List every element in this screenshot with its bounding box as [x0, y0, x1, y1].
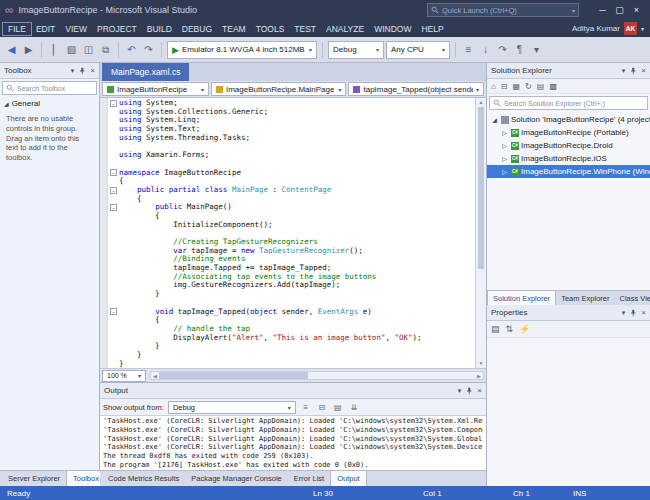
expander-collapsed-icon[interactable]: ▷: [500, 155, 509, 162]
document-tab-mainpage[interactable]: MainPage.xaml.cs: [102, 63, 189, 81]
close-icon[interactable]: ×: [641, 308, 646, 317]
platform-dropdown[interactable]: Any CPU ▾: [386, 41, 450, 59]
show-all-files-icon[interactable]: ▦: [513, 82, 521, 91]
zoom-dropdown[interactable]: 100 % ▾: [102, 370, 146, 382]
close-icon[interactable]: ×: [477, 386, 482, 395]
minimize-button[interactable]: ─: [594, 5, 611, 15]
expander-collapsed-icon[interactable]: ▷: [500, 168, 509, 175]
tab-server-explorer[interactable]: Server Explorer: [2, 471, 66, 486]
menu-item-view[interactable]: VIEW: [60, 23, 92, 35]
show-whitespace-icon[interactable]: ¶: [512, 44, 527, 55]
redo-icon[interactable]: ↷: [141, 44, 156, 55]
tab-error-list[interactable]: Error List: [288, 471, 330, 486]
expander-expanded-icon[interactable]: ◢: [4, 100, 9, 107]
clear-all-icon[interactable]: ⊟: [316, 403, 328, 412]
editor-horizontal-scrollbar[interactable]: ◀ ▶: [150, 371, 484, 380]
tree-item-imagebuttonrecipe-droid[interactable]: ▷C#ImageButtonRecipe.Droid: [487, 139, 650, 152]
save-all-icon[interactable]: ⧉: [98, 44, 113, 56]
word-wrap-icon[interactable]: ▤: [332, 403, 344, 412]
member-dropdown[interactable]: tapImage_Tapped(object sender, Event ▾: [348, 82, 484, 96]
solution-explorer-search-input[interactable]: Search Solution Explorer (Ctrl+;): [489, 96, 648, 110]
pin-icon[interactable]: [629, 67, 637, 75]
tree-item-imagebuttonrecipe-ios[interactable]: ▷C#ImageButtonRecipe.iOS: [487, 152, 650, 165]
scrollbar-thumb[interactable]: [159, 372, 308, 379]
menu-item-project[interactable]: PROJECT: [92, 23, 142, 35]
start-debug-icon[interactable]: ▶: [172, 45, 179, 55]
find-message-icon[interactable]: ≡: [300, 403, 312, 412]
expander-collapsed-icon[interactable]: ▷: [500, 129, 509, 136]
chevron-down-icon[interactable]: ▾: [622, 67, 626, 75]
code-line[interactable]: InitializeComponent();: [108, 221, 475, 230]
code-line[interactable]: - public partial class MainPage : Conten…: [108, 186, 475, 195]
quick-launch-input[interactable]: Quick Launch (Ctrl+Q) ▾: [427, 3, 579, 17]
menu-item-debug[interactable]: DEBUG: [177, 23, 217, 35]
toolbox-group-general[interactable]: ◢ General: [0, 97, 99, 110]
home-icon[interactable]: ⌂: [491, 82, 496, 91]
step-over-icon[interactable]: ↷: [495, 44, 510, 55]
user-name[interactable]: Aditya Kumar: [572, 24, 620, 33]
properties-icon[interactable]: ▤: [537, 82, 545, 91]
navigate-back-icon[interactable]: ◀: [4, 44, 19, 55]
menu-item-test[interactable]: TEST: [289, 23, 321, 35]
user-avatar[interactable]: AK: [624, 22, 637, 35]
maximize-button[interactable]: ▢: [611, 5, 628, 15]
editor-vertical-scrollbar[interactable]: ▲ ▼: [475, 98, 486, 368]
code-line[interactable]: using System.Threading.Tasks;: [108, 134, 475, 143]
chevron-down-icon[interactable]: ▾: [458, 387, 462, 395]
fold-toggle-icon[interactable]: -: [110, 204, 117, 211]
events-icon[interactable]: ⚡: [519, 324, 530, 334]
tab-class-view[interactable]: Class View: [614, 291, 650, 305]
step-into-icon[interactable]: ↓: [478, 44, 493, 55]
code-line[interactable]: - public MainPage(): [108, 203, 475, 212]
code-line[interactable]: -namespace ImageButtonRecipe: [108, 169, 475, 178]
code-line[interactable]: }: [108, 342, 475, 351]
configuration-dropdown[interactable]: Debug ▾: [328, 41, 384, 59]
close-button[interactable]: ×: [628, 5, 645, 15]
menu-item-window[interactable]: WINDOW: [369, 23, 416, 35]
code-line[interactable]: - void tapImage_Tapped(object sender, Ev…: [108, 308, 475, 317]
close-icon[interactable]: ×: [90, 66, 95, 75]
chevron-down-icon[interactable]: ▾: [622, 309, 626, 317]
pin-icon[interactable]: [465, 387, 473, 395]
fold-toggle-icon[interactable]: -: [110, 308, 117, 315]
code-line[interactable]: DisplayAlert("Alert", "This is an image …: [108, 334, 475, 343]
categorized-icon[interactable]: ▤: [491, 324, 500, 334]
chevron-down-icon[interactable]: ▾: [641, 25, 644, 32]
tab-solution-explorer[interactable]: Solution Explorer: [487, 291, 556, 305]
toolbox-search-input[interactable]: Search Toolbox: [2, 81, 97, 95]
fold-toggle-icon[interactable]: -: [110, 169, 117, 176]
tab-team-explorer[interactable]: Team Explorer: [556, 291, 614, 305]
tree-item-imagebuttonrecipe[interactable]: ▷C#ImageButtonRecipe (Portable): [487, 126, 650, 139]
collapse-all-icon[interactable]: ⊟: [501, 82, 508, 91]
tab-code-metrics-results[interactable]: Code Metrics Results: [102, 471, 185, 486]
scroll-down-icon[interactable]: ▼: [476, 359, 486, 368]
toolbar-overflow-icon[interactable]: ▾: [529, 44, 544, 55]
close-icon[interactable]: ×: [641, 66, 646, 75]
code-line[interactable]: }: [108, 290, 475, 299]
menu-item-build[interactable]: BUILD: [142, 23, 177, 35]
menu-item-analyze[interactable]: ANALYZE: [321, 23, 369, 35]
debug-target-dropdown[interactable]: ▶ Emulator 8.1 WVGA 4 inch 512MB ▾: [167, 41, 317, 59]
pin-icon[interactable]: [629, 309, 637, 317]
project-dropdown[interactable]: ImageButtonRecipe ▾: [102, 82, 209, 96]
code-editor[interactable]: -using System;using System.Collections.G…: [100, 98, 486, 368]
scrollbar-thumb[interactable]: [478, 107, 484, 269]
autoscroll-icon[interactable]: ⇊: [348, 403, 360, 412]
chevron-down-icon[interactable]: ▾: [71, 67, 75, 75]
output-source-dropdown[interactable]: Debug ▾: [168, 401, 296, 414]
tree-item-imagebuttonrecipe-winphone[interactable]: ▷C#ImageButtonRecipe.WinPhone (Windows P…: [487, 165, 650, 178]
output-lines[interactable]: 'TaskHost.exe' (CoreCLR: Silverlight App…: [100, 416, 486, 470]
navigate-forward-icon[interactable]: ▶: [21, 44, 36, 55]
menu-item-team[interactable]: TEAM: [217, 23, 251, 35]
view-code-icon[interactable]: ▩: [549, 82, 557, 91]
save-icon[interactable]: ◫: [81, 44, 96, 55]
new-file-icon[interactable]: ⎜: [47, 44, 62, 55]
menu-item-file[interactable]: FILE: [3, 23, 31, 35]
tab-output[interactable]: Output: [330, 471, 367, 486]
type-dropdown[interactable]: ImageButtonRecipe.MainPage ▾: [211, 82, 347, 96]
refresh-icon[interactable]: ↻: [525, 82, 532, 91]
breakpoint-margin[interactable]: [100, 98, 108, 368]
code-lines[interactable]: -using System;using System.Collections.G…: [108, 98, 475, 368]
code-line[interactable]: img.GestureRecognizers.Add(tapImage);: [108, 281, 475, 290]
fold-toggle-icon[interactable]: -: [110, 187, 117, 194]
